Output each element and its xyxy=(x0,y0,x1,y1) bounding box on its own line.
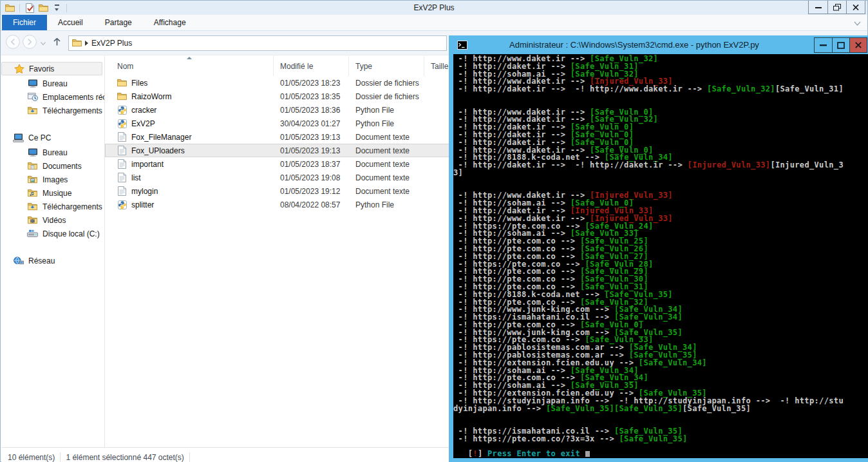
properties-check-icon[interactable] xyxy=(24,2,35,14)
file-modified-date: 01/05/2023 18:35 xyxy=(274,92,349,101)
file-type: Python File xyxy=(349,119,424,128)
file-name-label: Files xyxy=(131,79,147,88)
sidebar-item-musique[interactable]: Musique xyxy=(1,186,104,200)
sidebar-item-documents[interactable]: Documents xyxy=(1,159,104,173)
console-line: -! https://pte.com.co/?3x=3x --> [Safe_V… xyxy=(453,436,868,443)
breadcrumb-chevron-icon[interactable] xyxy=(85,41,88,46)
sidebar-item-images[interactable]: Images xyxy=(1,173,104,186)
sidebar-group-label: Réseau xyxy=(28,256,55,265)
tab-fichier[interactable]: Fichier xyxy=(2,15,47,30)
sidebar-item-label: Bureau xyxy=(42,148,68,157)
navigation-buttons xyxy=(1,34,62,52)
breadcrumb[interactable]: ExV2P Plus xyxy=(91,39,132,48)
breadcrumb-folder-icon xyxy=(72,39,82,47)
text-icon xyxy=(117,132,127,142)
restore-button[interactable] xyxy=(827,1,846,14)
console-minimize-button[interactable] xyxy=(815,38,832,52)
column-header-type[interactable]: Type xyxy=(349,56,424,76)
text-icon xyxy=(117,186,127,196)
status-selection-info: 1 élément sélectionné 447 octet(s) xyxy=(66,453,184,462)
sort-ascending-icon xyxy=(187,57,192,59)
forward-icon[interactable] xyxy=(22,34,37,52)
file-name: important xyxy=(105,159,274,169)
sidebar-item-bureau[interactable]: Bureau xyxy=(1,77,104,90)
file-modified-date: 01/05/2023 19:08 xyxy=(274,173,349,182)
quick-access-toolbar xyxy=(1,1,69,15)
file-name-label: important xyxy=(131,160,164,169)
folder-icon xyxy=(117,92,127,101)
ribbon-collapse-chevron-icon[interactable] xyxy=(854,19,861,28)
tab-affichage[interactable]: Affichage xyxy=(143,15,197,30)
tab-partage[interactable]: Partage xyxy=(94,15,143,30)
sidebar-item-label: Vidéos xyxy=(42,216,66,225)
sidebar-group-favoris[interactable]: Favoris xyxy=(1,62,102,75)
back-icon[interactable] xyxy=(5,34,21,52)
ribbon-tabs: FichierAccueilPartageAffichage xyxy=(1,15,867,31)
sidebar-item-label: Téléchargements xyxy=(42,106,102,115)
file-name-label: list xyxy=(131,173,141,182)
sidebar-item-label: Images xyxy=(42,175,68,184)
sidebar-item-t-l-chargements[interactable]: Téléchargements xyxy=(1,104,104,117)
python-icon xyxy=(117,119,127,128)
file-type: Dossier de fichiers xyxy=(349,79,424,88)
minimize-button[interactable] xyxy=(809,1,827,14)
file-name: Files xyxy=(105,79,274,88)
recent-pages-dropdown-icon[interactable] xyxy=(41,39,46,48)
close-button[interactable] xyxy=(846,1,865,14)
console-line: [!] Press Enter to exit xyxy=(453,450,868,458)
sidebar-group-ce-pc[interactable]: Ce PC xyxy=(1,131,104,144)
window-folder-icon[interactable] xyxy=(4,2,15,14)
console-close-button[interactable] xyxy=(849,38,867,52)
sidebar-item-label: Emplacements récents xyxy=(42,93,104,102)
file-type: Python File xyxy=(349,200,424,209)
sidebar-item-label: Documents xyxy=(42,162,82,171)
file-name: RaizoWorm xyxy=(105,92,274,101)
file-name: Fox_FileManager xyxy=(105,132,274,142)
sidebar-spacer xyxy=(1,240,104,254)
sidebar-group-r-seau[interactable]: Réseau xyxy=(1,254,104,267)
file-type: Document texte xyxy=(349,187,424,196)
network-icon xyxy=(13,256,24,265)
sidebar-item-bureau[interactable]: Bureau xyxy=(1,146,104,159)
sidebar-item-vid-os[interactable]: Vidéos xyxy=(1,213,104,227)
console-cursor xyxy=(585,451,590,457)
sidebar-item-label: Disque local (C:) xyxy=(42,229,100,238)
desktop-icon xyxy=(27,148,38,157)
file-name: list xyxy=(105,173,274,182)
text-icon xyxy=(117,146,127,155)
star-icon xyxy=(14,64,24,73)
sidebar-item-emplacements-r-cents[interactable]: Emplacements récents xyxy=(1,90,104,104)
computer-icon xyxy=(13,133,24,142)
file-modified-date: 08/04/2022 08:57 xyxy=(274,200,349,209)
file-name-label: RaizoWorm xyxy=(131,92,171,101)
console-line: -! http://daket.ir --> -! http://daket.i… xyxy=(453,162,868,169)
file-name: cracker xyxy=(105,106,274,115)
file-name: mylogin xyxy=(105,186,274,196)
videos-icon xyxy=(27,216,38,224)
disk-icon xyxy=(27,229,38,238)
new-folder-icon[interactable] xyxy=(37,2,49,14)
downloads-icon xyxy=(27,202,38,211)
up-icon[interactable] xyxy=(52,37,62,49)
console-maximize-button[interactable] xyxy=(832,38,849,52)
tab-accueil[interactable]: Accueil xyxy=(47,15,94,30)
file-name-label: Fox_UPloaders xyxy=(131,146,185,155)
console-output[interactable]: -! http://www.daket.ir --> [Safe_Vuln_32… xyxy=(453,54,868,458)
console-window: Administrateur : C:\Windows\System32\cmd… xyxy=(449,35,868,462)
folder-icon xyxy=(117,79,127,87)
file-modified-date: 01/05/2023 19:13 xyxy=(274,146,349,155)
qat-dropdown-icon[interactable] xyxy=(51,2,62,14)
address-bar[interactable]: ExV2P Plus xyxy=(68,35,447,51)
downloads-icon xyxy=(27,106,38,115)
file-name-label: Fox_FileManager xyxy=(131,133,191,142)
status-separator xyxy=(189,452,190,462)
file-name: splitter xyxy=(105,200,274,209)
sidebar-item-t-l-chargements[interactable]: Téléchargements xyxy=(1,200,104,213)
console-blank-line xyxy=(453,177,868,185)
recent-icon xyxy=(27,93,38,101)
column-header-modifi-le[interactable]: Modifié le xyxy=(274,56,349,76)
console-titlebar[interactable]: Administrateur : C:\Windows\System32\cmd… xyxy=(449,35,868,54)
sidebar-item-disque-local-c-[interactable]: Disque local (C:) xyxy=(1,227,104,240)
console-blank-line xyxy=(453,93,868,101)
file-modified-date: 01/05/2023 18:36 xyxy=(274,106,349,115)
